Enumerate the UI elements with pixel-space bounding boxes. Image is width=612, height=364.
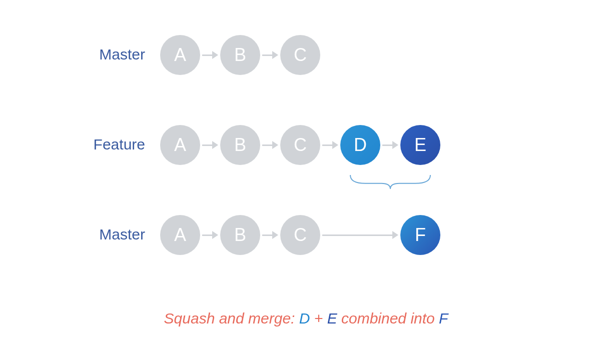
commit-node: C (280, 125, 320, 165)
commit-node: E (400, 125, 440, 165)
caption-part: D (299, 310, 310, 326)
commit-node: A (160, 215, 200, 255)
arrow-icon (262, 230, 278, 240)
commit-node: D (340, 125, 380, 165)
commit-node: C (280, 215, 320, 255)
arrow-icon (322, 140, 338, 150)
commit-node: B (220, 215, 260, 255)
arrow-icon (202, 230, 218, 240)
commit-node: A (160, 125, 200, 165)
branch-label: Master (75, 226, 145, 243)
caption: Squash and merge: D + E combined into F (0, 310, 612, 327)
branch-label: Master (75, 46, 145, 63)
arrow-icon (262, 50, 278, 60)
arrow-icon (322, 230, 398, 240)
arrow-icon (202, 140, 218, 150)
commit-node: A (160, 35, 200, 75)
caption-part: + (310, 310, 327, 326)
caption-part: Squash and merge: (164, 310, 299, 326)
arrow-icon (262, 140, 278, 150)
branch-label: Feature (75, 136, 145, 153)
commit-node: B (220, 125, 260, 165)
caption-part: E (327, 310, 337, 326)
arrow-icon (202, 50, 218, 60)
commit-node: B (220, 35, 260, 75)
arrow-icon (382, 140, 398, 150)
commit-node: F (400, 215, 440, 255)
caption-part: combined into (337, 310, 439, 326)
commit-node: C (280, 35, 320, 75)
caption-part: F (439, 310, 448, 326)
